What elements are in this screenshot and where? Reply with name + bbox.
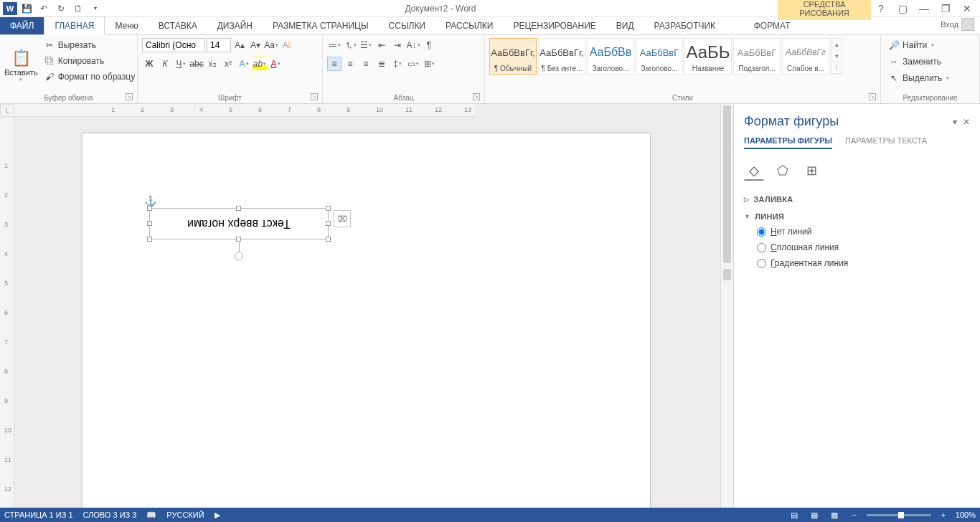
line-section-header[interactable]: ▼ЛИНИЯ (744, 212, 970, 221)
pane-tab-text[interactable]: ПАРАМЕТРЫ ТЕКСТА (845, 136, 927, 149)
text-effects-button[interactable]: A (237, 57, 251, 71)
justify-button[interactable]: ≣ (374, 57, 389, 71)
style-subtitle[interactable]: АаБбВвГПодзагол... (733, 38, 781, 75)
highlight-button[interactable]: ab (253, 57, 267, 71)
strike-button[interactable]: abc (189, 57, 204, 71)
grow-font-button[interactable]: A▴ (232, 38, 247, 52)
save-button[interactable]: 💾 (19, 1, 34, 16)
status-proofing-icon[interactable]: 📖 (146, 511, 156, 520)
select-button[interactable]: ↖Выделить▾ (885, 71, 975, 85)
tab-developer[interactable]: РАЗРАБОТЧИК (644, 17, 726, 34)
vertical-scrollbar[interactable] (720, 104, 733, 508)
view-print-layout[interactable]: ▦ (806, 509, 822, 521)
view-read-mode[interactable]: ▤ (786, 509, 802, 521)
bullets-button[interactable]: ≔ (327, 38, 341, 52)
tab-home[interactable]: ГЛАВНАЯ (44, 16, 105, 35)
fill-section-header[interactable]: ▷ЗАЛИВКА (744, 195, 970, 204)
tab-file[interactable]: ФАЙЛ (0, 17, 44, 34)
gallery-more[interactable]: ⁝ (831, 62, 842, 74)
style-heading1[interactable]: АаБбВвЗаголово... (587, 38, 634, 75)
status-language[interactable]: РУССКИЙ (166, 511, 204, 519)
qat-customize[interactable]: ▾ (88, 1, 103, 16)
style-title[interactable]: АаБЬНазвание (684, 38, 732, 75)
align-center-button[interactable]: ≡ (343, 57, 357, 71)
clipboard-launcher[interactable]: ↘ (126, 93, 133, 100)
style-heading2[interactable]: АаБбВвГЗаголово... (636, 38, 683, 75)
radio-no-line[interactable]: Нет линий (757, 227, 970, 237)
close-button[interactable]: ✕ (958, 1, 976, 16)
pane-tab-shape[interactable]: ПАРАМЕТРЫ ФИГУРЫ (744, 136, 832, 149)
help-button[interactable]: ? (872, 1, 890, 16)
minimize-button[interactable]: — (915, 1, 933, 16)
paste-button[interactable]: 📋 Вставить ▾ (4, 38, 38, 92)
tab-format[interactable]: ФОРМАТ (725, 17, 819, 34)
sort-button[interactable]: A↓ (406, 38, 420, 52)
resize-handle[interactable] (147, 221, 152, 226)
scroll-thumb[interactable] (723, 269, 731, 280)
cut-button[interactable]: ✂Вырезать (41, 38, 138, 52)
view-web-layout[interactable]: ▩ (826, 509, 842, 521)
zoom-thumb[interactable] (898, 512, 904, 518)
zoom-slider[interactable] (867, 514, 931, 516)
multilevel-button[interactable]: ☱ (359, 38, 373, 52)
change-case-button[interactable]: Aa (264, 38, 278, 52)
copy-button[interactable]: ⿻Копировать (41, 54, 138, 68)
shading-button[interactable]: ▭ (406, 57, 420, 71)
shrink-font-button[interactable]: A▾ (248, 38, 263, 52)
status-macro-icon[interactable]: ▶ (215, 511, 220, 520)
align-left-button[interactable]: ≡ (327, 57, 341, 71)
bold-button[interactable]: Ж (142, 57, 156, 71)
zoom-level[interactable]: 100% (956, 511, 976, 519)
font-size-combo[interactable] (207, 38, 231, 52)
superscript-button[interactable]: x² (221, 57, 235, 71)
effects-icon[interactable]: ⬠ (773, 161, 793, 181)
new-doc-button[interactable]: 🗋 (70, 1, 86, 16)
decrease-indent-button[interactable]: ⇤ (374, 38, 389, 52)
resize-handle[interactable] (326, 237, 331, 242)
numbering-button[interactable]: ⒈ (343, 38, 357, 52)
underline-button[interactable]: Ч (174, 57, 188, 71)
line-spacing-button[interactable]: ‡ (390, 57, 405, 71)
resize-handle[interactable] (236, 237, 241, 242)
radio-solid-line[interactable]: Сплошная линия (757, 242, 970, 252)
status-page[interactable]: СТРАНИЦА 1 ИЗ 1 (4, 511, 73, 519)
pane-menu[interactable]: ▾ (953, 117, 957, 127)
paragraph-launcher[interactable]: ↘ (473, 93, 480, 100)
gallery-up[interactable]: ▴ (831, 39, 842, 50)
align-right-button[interactable]: ≡ (359, 57, 373, 71)
tab-design[interactable]: ДИЗАЙН (207, 17, 263, 34)
increase-indent-button[interactable]: ⇥ (390, 38, 405, 52)
subscript-button[interactable]: x₂ (205, 57, 220, 71)
rotation-handle[interactable] (235, 252, 243, 260)
zoom-in-button[interactable]: + (936, 509, 951, 521)
vertical-ruler[interactable]: 12345678910111213 (0, 117, 14, 508)
horizontal-ruler[interactable]: 123456789101112131415161718 (14, 104, 475, 117)
style-no-spacing[interactable]: АаБбВвГг,¶ Без инте... (538, 38, 585, 75)
tab-insert[interactable]: ВСТАВКА (149, 17, 207, 34)
pane-close[interactable]: ✕ (963, 117, 970, 127)
tab-layout[interactable]: РАЗМЕТКА СТРАНИЦЫ (263, 17, 379, 34)
sign-in[interactable]: Вход (935, 14, 980, 34)
radio-gradient-line[interactable]: Градиентная линия (757, 258, 970, 268)
format-painter-button[interactable]: 🖌Формат по образцу (41, 70, 138, 84)
document-page[interactable]: ⚓ Текст вверх ногами ⌧ (82, 133, 651, 508)
ribbon-display-button[interactable]: ▢ (894, 1, 911, 16)
font-launcher[interactable]: ↘ (311, 93, 318, 100)
italic-button[interactable]: К (158, 57, 172, 71)
font-color-button[interactable]: A (268, 57, 283, 71)
redo-button[interactable]: ↻ (53, 1, 69, 16)
style-emphasis[interactable]: АаБбВвГгСлабое в... (782, 38, 829, 75)
borders-button[interactable]: ⊞ (422, 57, 436, 71)
layout-options-button[interactable]: ⌧ (334, 210, 351, 227)
maximize-button[interactable]: ❐ (937, 1, 954, 16)
resize-handle[interactable] (147, 206, 152, 211)
text-box-shape[interactable]: Текст вверх ногами ⌧ (149, 208, 329, 239)
clear-format-button[interactable]: A⃠ (280, 38, 294, 52)
scroll-thumb[interactable] (723, 105, 731, 263)
undo-button[interactable]: ↶ (36, 1, 52, 16)
tab-view[interactable]: ВИД (606, 17, 644, 34)
styles-gallery[interactable]: АаБбВвГг,¶ Обычный АаБбВвГг,¶ Без инте..… (489, 38, 876, 75)
layout-props-icon[interactable]: ⊞ (801, 161, 821, 181)
tab-references[interactable]: ССЫЛКИ (379, 17, 435, 34)
fill-line-icon[interactable]: ◇ (744, 161, 764, 181)
